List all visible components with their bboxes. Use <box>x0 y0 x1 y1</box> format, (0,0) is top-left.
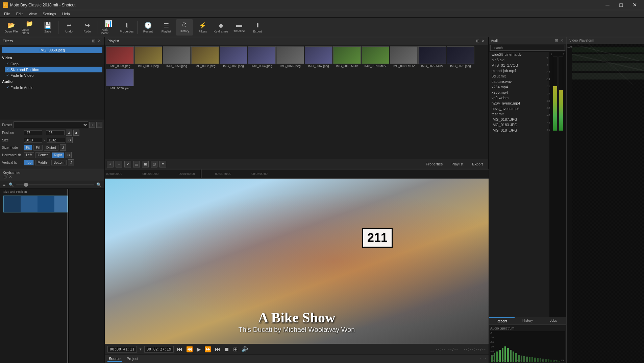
recent-item[interactable]: hin5.avi <box>489 57 549 63</box>
playlist-item[interactable]: IMG_0075.jpeg <box>276 46 304 68</box>
playlist-detail-button[interactable]: ⊡ <box>151 161 157 167</box>
preview-tab-project[interactable]: Project <box>125 356 140 362</box>
filter-item-size-position[interactable]: ✓ Size and Position <box>5 67 102 72</box>
playlist-item[interactable]: IMG_0071.MOV <box>390 46 418 68</box>
size-reset-button[interactable]: ↺ <box>67 137 73 143</box>
playlist-tab-export[interactable]: Export <box>469 161 486 167</box>
position-keyframe-button[interactable]: ◆ <box>73 130 79 136</box>
recent-item[interactable]: x265.mp4 <box>489 90 549 95</box>
recent-item[interactable]: capture.wav <box>489 79 549 84</box>
transport-start-button[interactable]: ⏮ <box>176 346 184 353</box>
right-undock-button[interactable]: ⊞ <box>554 38 559 43</box>
kf-zoom-slider[interactable] <box>16 184 94 185</box>
playlist-tab-properties[interactable]: Properties <box>422 161 446 167</box>
undo-button[interactable]: ↩ Undo <box>60 19 77 36</box>
peak-meter-button[interactable]: 📊 Peak Meter <box>100 19 117 36</box>
menu-settings[interactable]: Settings <box>40 11 59 17</box>
recent-item[interactable]: IMG_018_.JPG <box>489 128 549 133</box>
vert-reset-button[interactable]: ↺ <box>68 159 74 165</box>
playlist-confirm-button[interactable]: ✓ <box>124 161 131 167</box>
size-h-input[interactable] <box>47 138 65 143</box>
size-mode-fit-button[interactable]: Fit <box>24 145 32 151</box>
size-mode-distort-button[interactable]: Distort <box>44 145 58 151</box>
minimize-button[interactable]: ─ <box>601 0 614 10</box>
recent-item[interactable]: VTS_01_1.VOB <box>489 63 549 68</box>
transport-grid-button[interactable]: ⊞ <box>232 345 239 353</box>
close-button[interactable]: ✕ <box>628 0 641 10</box>
playlist-item[interactable]: IMG_0070.MOV <box>362 46 389 68</box>
transport-end-button[interactable]: ⏭ <box>214 346 222 353</box>
position-x-input[interactable] <box>24 130 42 135</box>
recent-item[interactable]: vp9.webm <box>489 95 549 100</box>
maximize-button[interactable]: □ <box>614 0 628 10</box>
size-mode-reset-button[interactable]: ↺ <box>60 144 66 151</box>
export-button[interactable]: ⬆ Export <box>249 19 266 36</box>
menu-help[interactable]: Help <box>59 11 73 17</box>
recent-item[interactable]: IMG_0187.JPG <box>489 117 549 122</box>
tab-jobs[interactable]: Jobs <box>541 317 566 324</box>
menu-edit[interactable]: Edit <box>14 11 25 17</box>
recent-item[interactable]: hevc_nvenc.mp4 <box>489 106 549 111</box>
history-button[interactable]: ⏱ History <box>176 19 193 36</box>
keyframes-button[interactable]: ◆ Keyframes <box>213 19 229 36</box>
transport-next-button[interactable]: ⏩ <box>203 345 213 353</box>
horiz-left-button[interactable]: Left <box>24 152 34 158</box>
filters-undock-button[interactable]: ⊞ <box>91 39 96 43</box>
properties-button[interactable]: ℹ Properties <box>118 19 135 36</box>
recent-item[interactable]: wide25-cinema.dv <box>489 52 549 57</box>
playlist-item[interactable]: IMG_0073.jpeg <box>447 46 474 68</box>
horiz-reset-button[interactable]: ↺ <box>66 152 72 158</box>
preset-select[interactable] <box>14 121 88 128</box>
position-y-input[interactable] <box>46 130 65 135</box>
open-file-button[interactable]: 📂 Open File <box>3 19 20 36</box>
transport-prev-button[interactable]: ⏪ <box>185 345 194 353</box>
recent-item[interactable]: 3dlut.mlt <box>489 73 549 79</box>
playlist-item[interactable]: IMG_0063.jpeg <box>220 46 247 68</box>
recent-button[interactable]: 🕐 Recent <box>140 19 156 36</box>
playlist-item[interactable]: IMG_0066.MOV <box>333 46 361 68</box>
tab-recent[interactable]: Recent <box>489 317 515 324</box>
preset-remove-button[interactable]: − <box>96 122 102 128</box>
playlist-button[interactable]: ☰ Playlist <box>158 19 175 36</box>
menu-file[interactable]: File <box>1 11 13 17</box>
recent-item[interactable]: export job.mp4 <box>489 68 549 73</box>
recent-item[interactable]: x264.mp4 <box>489 84 549 90</box>
playlist-item[interactable]: IMG_0058.jpeg <box>163 46 191 68</box>
kf-menu-button[interactable]: ≡ <box>2 182 6 187</box>
size-mode-fill-button[interactable]: Fill <box>33 145 43 151</box>
kf-undock-button[interactable]: ⊞ <box>3 175 7 179</box>
playlist-undock-button[interactable]: ⊞ <box>475 39 480 43</box>
open-other-button[interactable]: 📁 Open Other <box>21 19 38 36</box>
playlist-grid-button[interactable]: ⊞ <box>142 161 149 167</box>
position-reset-button[interactable]: ↺ <box>66 130 72 136</box>
playlist-list-button[interactable]: ☰ <box>133 161 140 167</box>
right-close-button[interactable]: ✕ <box>560 38 564 43</box>
kf-zoom-in-button[interactable]: 🔍 <box>8 182 15 187</box>
size-w-input[interactable] <box>24 138 42 143</box>
time-edit-button[interactable]: ▼ <box>139 347 142 351</box>
filter-item-fade-in-video[interactable]: ✓ Fade In Video <box>5 72 102 78</box>
transport-audio-button[interactable]: 🔊 <box>240 345 249 353</box>
filters-button[interactable]: ⚡ Filters <box>194 19 211 36</box>
playlist-item[interactable]: IMG_0061.jpeg <box>134 46 162 68</box>
playlist-item[interactable]: IMG_0064.jpeg <box>248 46 276 68</box>
playlist-item[interactable]: IMG_0072.MOV <box>418 46 446 68</box>
playlist-info-button[interactable]: ≡ <box>159 161 166 167</box>
vert-top-button[interactable]: Top <box>24 160 34 165</box>
playlist-close-button[interactable]: ✕ <box>481 39 486 43</box>
transport-stop-button[interactable]: ⏹ <box>223 346 231 353</box>
horiz-center-button[interactable]: Center <box>35 152 50 158</box>
playlist-add-button[interactable]: + <box>107 161 114 167</box>
recent-item[interactable]: h264_nvenc.mp4 <box>489 100 549 106</box>
redo-button[interactable]: ↪ Redo <box>79 19 96 36</box>
save-button[interactable]: 💾 Save <box>39 19 56 36</box>
recent-search-input[interactable] <box>490 45 565 51</box>
preview-scrubber[interactable]: 00:00:00:00 00:00:30:00 00:01:00:00 00:0… <box>105 169 489 179</box>
horiz-right-button[interactable]: Right <box>52 152 64 158</box>
kf-close-button[interactable]: ✕ <box>8 175 13 179</box>
filters-close-button[interactable]: ✕ <box>97 39 102 43</box>
playlist-item[interactable]: IMG_0059.jpeg <box>106 46 134 68</box>
recent-item[interactable]: test.mlt <box>489 111 549 117</box>
playlist-item[interactable]: IMG_0062.jpeg <box>191 46 219 68</box>
tab-history[interactable]: History <box>515 317 540 324</box>
